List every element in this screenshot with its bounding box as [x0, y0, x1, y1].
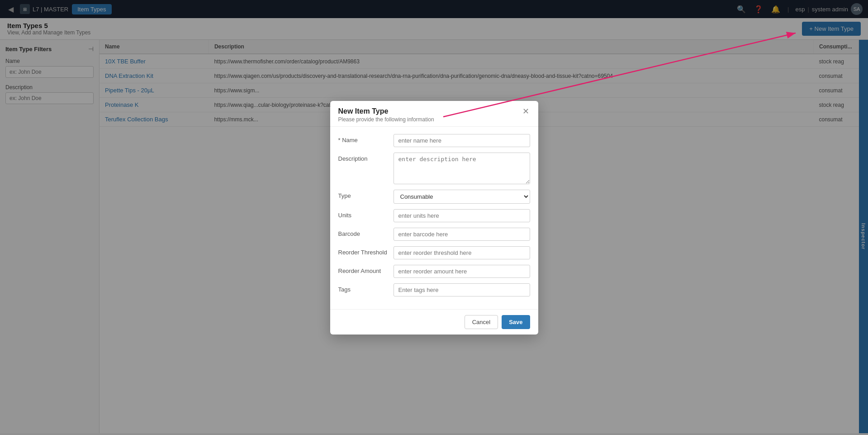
cancel-button[interactable]: Cancel: [465, 315, 498, 329]
name-form-row: * Name: [338, 134, 530, 147]
tags-field-label: Tags: [338, 283, 388, 293]
reorder-amount-field[interactable]: [394, 265, 530, 278]
new-item-type-modal: New Item Type Please provide the followi…: [330, 101, 538, 335]
tags-field[interactable]: [394, 283, 530, 296]
modal-subtitle: Please provide the following information: [338, 116, 434, 123]
tags-form-row: Tags: [338, 283, 530, 296]
modal-header: New Item Type Please provide the followi…: [330, 101, 538, 127]
barcode-field[interactable]: [394, 228, 530, 241]
type-field-label: Type: [338, 190, 388, 199]
units-field-label: Units: [338, 209, 388, 219]
reorder-amount-form-row: Reorder Amount: [338, 265, 530, 278]
modal-overlay[interactable]: New Item Type Please provide the followi…: [0, 0, 868, 433]
modal-body: * Name Description Type Consumable Stock…: [330, 127, 538, 309]
modal-title: New Item Type: [338, 107, 434, 115]
reorder-threshold-form-row: Reorder Threshold: [338, 246, 530, 259]
modal-footer: Cancel Save: [330, 309, 538, 335]
modal-close-button[interactable]: ✕: [522, 107, 530, 115]
description-form-row: Description: [338, 153, 530, 184]
units-field[interactable]: [394, 209, 530, 222]
barcode-form-row: Barcode: [338, 228, 530, 241]
type-form-row: Type Consumable Stock Reagent Equipment: [338, 190, 530, 204]
description-field[interactable]: [394, 153, 530, 184]
reorder-threshold-field[interactable]: [394, 246, 530, 259]
type-select[interactable]: Consumable Stock Reagent Equipment: [394, 190, 530, 204]
barcode-field-label: Barcode: [338, 228, 388, 237]
name-field[interactable]: [394, 134, 530, 147]
units-form-row: Units: [338, 209, 530, 222]
reorder-amount-label: Reorder Amount: [338, 265, 388, 274]
name-field-label: * Name: [338, 134, 388, 143]
save-button[interactable]: Save: [502, 315, 530, 329]
modal-title-area: New Item Type Please provide the followi…: [338, 107, 434, 123]
description-field-label: Description: [338, 153, 388, 162]
reorder-threshold-label: Reorder Threshold: [338, 246, 388, 256]
